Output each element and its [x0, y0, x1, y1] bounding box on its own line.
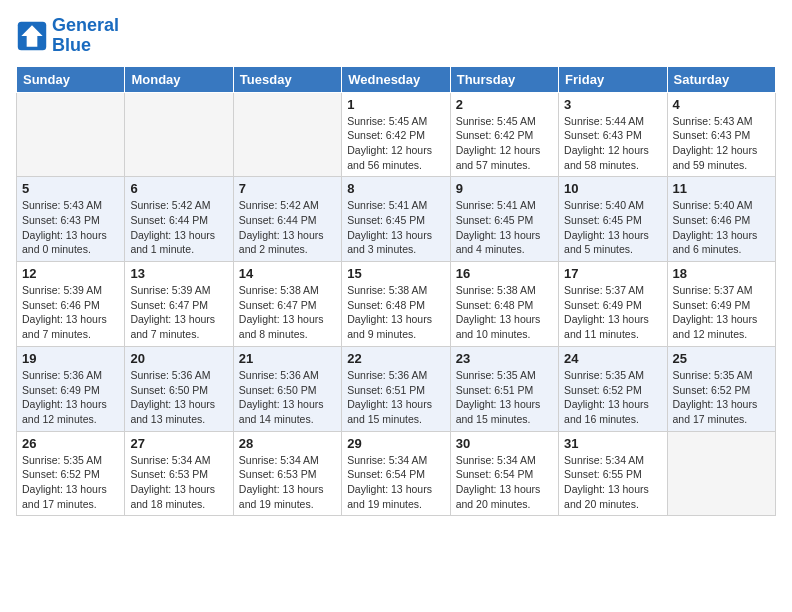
day-number: 4 [673, 97, 770, 112]
calendar-cell: 8Sunrise: 5:41 AM Sunset: 6:45 PM Daylig… [342, 177, 450, 262]
calendar-cell: 3Sunrise: 5:44 AM Sunset: 6:43 PM Daylig… [559, 92, 667, 177]
day-number: 15 [347, 266, 444, 281]
day-number: 16 [456, 266, 553, 281]
day-info: Sunrise: 5:39 AM Sunset: 6:47 PM Dayligh… [130, 283, 227, 342]
day-info: Sunrise: 5:39 AM Sunset: 6:46 PM Dayligh… [22, 283, 119, 342]
logo-icon [16, 20, 48, 52]
day-info: Sunrise: 5:38 AM Sunset: 6:47 PM Dayligh… [239, 283, 336, 342]
day-number: 25 [673, 351, 770, 366]
day-info: Sunrise: 5:44 AM Sunset: 6:43 PM Dayligh… [564, 114, 661, 173]
calendar-cell: 6Sunrise: 5:42 AM Sunset: 6:44 PM Daylig… [125, 177, 233, 262]
day-info: Sunrise: 5:36 AM Sunset: 6:50 PM Dayligh… [239, 368, 336, 427]
calendar-cell: 13Sunrise: 5:39 AM Sunset: 6:47 PM Dayli… [125, 262, 233, 347]
day-number: 26 [22, 436, 119, 451]
day-number: 17 [564, 266, 661, 281]
calendar-cell: 19Sunrise: 5:36 AM Sunset: 6:49 PM Dayli… [17, 346, 125, 431]
calendar-cell: 12Sunrise: 5:39 AM Sunset: 6:46 PM Dayli… [17, 262, 125, 347]
calendar-cell: 5Sunrise: 5:43 AM Sunset: 6:43 PM Daylig… [17, 177, 125, 262]
day-info: Sunrise: 5:35 AM Sunset: 6:52 PM Dayligh… [564, 368, 661, 427]
day-info: Sunrise: 5:45 AM Sunset: 6:42 PM Dayligh… [456, 114, 553, 173]
calendar-cell [233, 92, 341, 177]
calendar-cell: 28Sunrise: 5:34 AM Sunset: 6:53 PM Dayli… [233, 431, 341, 516]
day-number: 24 [564, 351, 661, 366]
calendar-cell [17, 92, 125, 177]
day-info: Sunrise: 5:38 AM Sunset: 6:48 PM Dayligh… [347, 283, 444, 342]
calendar-cell: 1Sunrise: 5:45 AM Sunset: 6:42 PM Daylig… [342, 92, 450, 177]
day-info: Sunrise: 5:34 AM Sunset: 6:53 PM Dayligh… [239, 453, 336, 512]
day-number: 1 [347, 97, 444, 112]
day-info: Sunrise: 5:35 AM Sunset: 6:52 PM Dayligh… [673, 368, 770, 427]
day-number: 11 [673, 181, 770, 196]
day-number: 23 [456, 351, 553, 366]
calendar-cell: 29Sunrise: 5:34 AM Sunset: 6:54 PM Dayli… [342, 431, 450, 516]
day-info: Sunrise: 5:35 AM Sunset: 6:51 PM Dayligh… [456, 368, 553, 427]
logo: General Blue [16, 16, 119, 56]
calendar-cell: 9Sunrise: 5:41 AM Sunset: 6:45 PM Daylig… [450, 177, 558, 262]
day-number: 10 [564, 181, 661, 196]
weekday-header-thursday: Thursday [450, 66, 558, 92]
day-info: Sunrise: 5:34 AM Sunset: 6:54 PM Dayligh… [347, 453, 444, 512]
calendar-cell: 16Sunrise: 5:38 AM Sunset: 6:48 PM Dayli… [450, 262, 558, 347]
logo-text: General Blue [52, 16, 119, 56]
day-number: 3 [564, 97, 661, 112]
day-info: Sunrise: 5:42 AM Sunset: 6:44 PM Dayligh… [239, 198, 336, 257]
day-info: Sunrise: 5:34 AM Sunset: 6:53 PM Dayligh… [130, 453, 227, 512]
day-number: 7 [239, 181, 336, 196]
day-info: Sunrise: 5:36 AM Sunset: 6:51 PM Dayligh… [347, 368, 444, 427]
day-number: 27 [130, 436, 227, 451]
calendar-cell: 31Sunrise: 5:34 AM Sunset: 6:55 PM Dayli… [559, 431, 667, 516]
calendar-cell: 30Sunrise: 5:34 AM Sunset: 6:54 PM Dayli… [450, 431, 558, 516]
day-number: 2 [456, 97, 553, 112]
weekday-header-friday: Friday [559, 66, 667, 92]
day-number: 12 [22, 266, 119, 281]
day-info: Sunrise: 5:38 AM Sunset: 6:48 PM Dayligh… [456, 283, 553, 342]
calendar: SundayMondayTuesdayWednesdayThursdayFrid… [16, 66, 776, 517]
day-number: 28 [239, 436, 336, 451]
calendar-cell: 17Sunrise: 5:37 AM Sunset: 6:49 PM Dayli… [559, 262, 667, 347]
day-number: 18 [673, 266, 770, 281]
calendar-cell: 23Sunrise: 5:35 AM Sunset: 6:51 PM Dayli… [450, 346, 558, 431]
calendar-cell: 27Sunrise: 5:34 AM Sunset: 6:53 PM Dayli… [125, 431, 233, 516]
day-info: Sunrise: 5:37 AM Sunset: 6:49 PM Dayligh… [673, 283, 770, 342]
calendar-cell: 2Sunrise: 5:45 AM Sunset: 6:42 PM Daylig… [450, 92, 558, 177]
day-info: Sunrise: 5:43 AM Sunset: 6:43 PM Dayligh… [22, 198, 119, 257]
day-number: 13 [130, 266, 227, 281]
day-info: Sunrise: 5:36 AM Sunset: 6:50 PM Dayligh… [130, 368, 227, 427]
day-info: Sunrise: 5:41 AM Sunset: 6:45 PM Dayligh… [347, 198, 444, 257]
calendar-cell: 26Sunrise: 5:35 AM Sunset: 6:52 PM Dayli… [17, 431, 125, 516]
calendar-cell: 22Sunrise: 5:36 AM Sunset: 6:51 PM Dayli… [342, 346, 450, 431]
day-number: 8 [347, 181, 444, 196]
day-number: 21 [239, 351, 336, 366]
day-info: Sunrise: 5:41 AM Sunset: 6:45 PM Dayligh… [456, 198, 553, 257]
weekday-header-sunday: Sunday [17, 66, 125, 92]
day-number: 22 [347, 351, 444, 366]
day-info: Sunrise: 5:37 AM Sunset: 6:49 PM Dayligh… [564, 283, 661, 342]
day-number: 20 [130, 351, 227, 366]
day-info: Sunrise: 5:43 AM Sunset: 6:43 PM Dayligh… [673, 114, 770, 173]
day-number: 9 [456, 181, 553, 196]
day-info: Sunrise: 5:45 AM Sunset: 6:42 PM Dayligh… [347, 114, 444, 173]
day-info: Sunrise: 5:42 AM Sunset: 6:44 PM Dayligh… [130, 198, 227, 257]
calendar-cell: 4Sunrise: 5:43 AM Sunset: 6:43 PM Daylig… [667, 92, 775, 177]
day-info: Sunrise: 5:36 AM Sunset: 6:49 PM Dayligh… [22, 368, 119, 427]
day-info: Sunrise: 5:34 AM Sunset: 6:54 PM Dayligh… [456, 453, 553, 512]
day-number: 31 [564, 436, 661, 451]
calendar-cell: 15Sunrise: 5:38 AM Sunset: 6:48 PM Dayli… [342, 262, 450, 347]
day-info: Sunrise: 5:40 AM Sunset: 6:45 PM Dayligh… [564, 198, 661, 257]
day-info: Sunrise: 5:40 AM Sunset: 6:46 PM Dayligh… [673, 198, 770, 257]
weekday-header-wednesday: Wednesday [342, 66, 450, 92]
calendar-cell [125, 92, 233, 177]
day-info: Sunrise: 5:35 AM Sunset: 6:52 PM Dayligh… [22, 453, 119, 512]
day-info: Sunrise: 5:34 AM Sunset: 6:55 PM Dayligh… [564, 453, 661, 512]
calendar-cell: 11Sunrise: 5:40 AM Sunset: 6:46 PM Dayli… [667, 177, 775, 262]
calendar-cell: 14Sunrise: 5:38 AM Sunset: 6:47 PM Dayli… [233, 262, 341, 347]
day-number: 19 [22, 351, 119, 366]
calendar-cell: 21Sunrise: 5:36 AM Sunset: 6:50 PM Dayli… [233, 346, 341, 431]
header: General Blue [16, 16, 776, 56]
day-number: 14 [239, 266, 336, 281]
calendar-cell: 25Sunrise: 5:35 AM Sunset: 6:52 PM Dayli… [667, 346, 775, 431]
weekday-header-tuesday: Tuesday [233, 66, 341, 92]
calendar-cell [667, 431, 775, 516]
day-number: 29 [347, 436, 444, 451]
day-number: 5 [22, 181, 119, 196]
